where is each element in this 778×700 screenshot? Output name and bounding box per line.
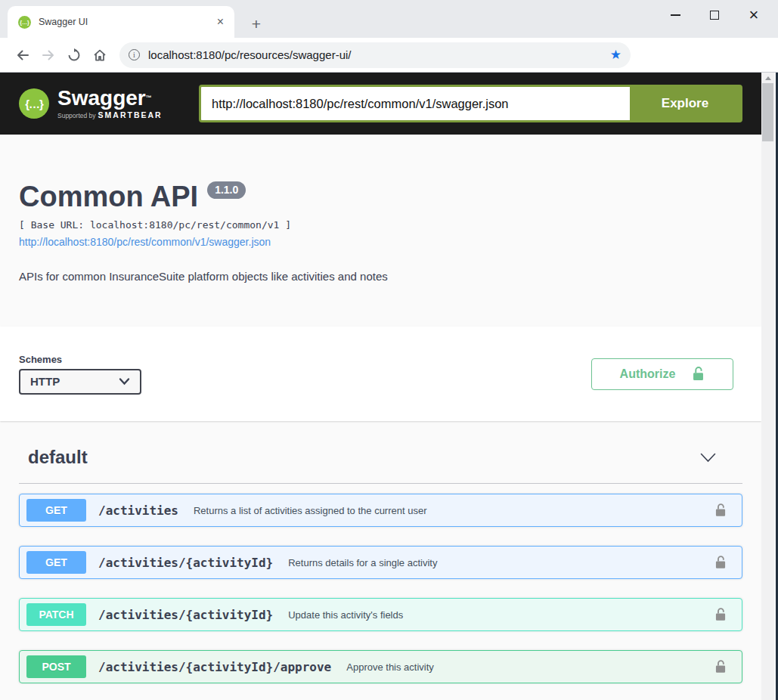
tag-title: default: [28, 442, 88, 472]
endpoint-path: /activities/{activityId}: [98, 608, 273, 622]
supported-by-line: Supported bySMARTBEAR: [57, 110, 163, 119]
window-close-button[interactable]: ×: [734, 2, 773, 29]
back-button[interactable]: [10, 42, 36, 68]
lock-icon: [714, 503, 727, 518]
auth-lock-button[interactable]: [714, 607, 727, 622]
browser-toolbar: i localhost:8180/pc/resources/swagger-ui…: [0, 38, 778, 73]
schemes-group: Schemes HTTP: [19, 354, 141, 395]
endpoint-path: /activities/{activityId}: [98, 556, 273, 570]
browser-tab[interactable]: {…} Swagger UI ×: [8, 6, 234, 38]
refresh-icon: [67, 48, 82, 63]
endpoint-path: /activities/{activityId}/approve: [98, 660, 331, 674]
scrollbar-up-arrow[interactable]: [761, 76, 774, 80]
endpoint-path: /activities: [98, 503, 178, 518]
unlock-icon: [692, 366, 705, 382]
spec-url-group: Explore: [199, 85, 742, 122]
minimize-icon: [671, 14, 680, 16]
method-badge: POST: [26, 655, 86, 678]
endpoint-row-patch-activity[interactable]: PATCH /activities/{activityId} Update th…: [19, 598, 742, 631]
api-info-section: Common API1.1.0 [ Base URL: localhost:81…: [0, 135, 761, 283]
endpoint-row-get-activity[interactable]: GET /activities/{activityId} Returns det…: [19, 546, 742, 579]
tag-header-default[interactable]: default: [19, 442, 742, 484]
schemes-select[interactable]: HTTP: [19, 369, 141, 395]
endpoint-description: Update this activity's fields: [288, 609, 403, 621]
lock-icon: [714, 659, 727, 674]
address-bar[interactable]: i localhost:8180/pc/resources/swagger-ui…: [119, 42, 631, 68]
url-text: localhost:8180/pc/resources/swagger-ui/: [148, 48, 351, 61]
swagger-logo-text: Swagger™: [57, 86, 152, 110]
tab-title: Swagger UI: [39, 17, 88, 27]
forward-arrow-icon: [41, 48, 56, 63]
method-badge: GET: [26, 551, 86, 574]
lock-icon: [714, 555, 727, 570]
method-badge: GET: [26, 499, 86, 522]
auth-lock-button[interactable]: [714, 503, 727, 518]
vertical-scrollbar[interactable]: [761, 73, 774, 700]
authorize-button[interactable]: Authorize: [591, 358, 733, 390]
auth-lock-button[interactable]: [714, 555, 727, 570]
spec-link[interactable]: http://localhost:8180/pc/rest/common/v1/…: [19, 236, 271, 248]
swagger-favicon-icon: {…}: [18, 16, 31, 29]
maximize-icon: [710, 11, 719, 20]
chevron-down-icon: [119, 377, 130, 386]
api-description: APIs for common InsuranceSuite platform …: [19, 270, 742, 283]
method-badge: PATCH: [26, 603, 86, 626]
collapse-chevron-icon: [700, 453, 716, 463]
home-icon: [92, 48, 107, 63]
endpoint-row-get-activities[interactable]: GET /activities Returns a list of activi…: [19, 494, 742, 527]
new-tab-button[interactable]: +: [246, 14, 266, 33]
tab-strip: {…} Swagger UI × + ×: [0, 0, 778, 38]
browser-window: {…} Swagger UI × + × i localhost:8180/pc…: [0, 0, 778, 700]
endpoint-description: Returns details for a single activity: [288, 557, 437, 568]
endpoint-description: Returns a list of activities assigned to…: [194, 505, 427, 516]
window-minimize-button[interactable]: [656, 2, 695, 29]
swagger-topbar: {…} Swagger™ Supported bySMARTBEAR Explo…: [0, 73, 761, 135]
page-content: {…} Swagger™ Supported bySMARTBEAR Explo…: [0, 73, 761, 700]
swagger-logo: {…} Swagger™ Supported bySMARTBEAR: [19, 88, 163, 119]
operations-list: GET /activities Returns a list of activi…: [19, 494, 742, 683]
schemes-selected-value: HTTP: [30, 375, 60, 388]
lock-icon: [714, 607, 727, 622]
refresh-button[interactable]: [61, 42, 87, 68]
back-arrow-icon: [15, 48, 30, 63]
trademark-symbol: ™: [146, 94, 152, 101]
scrollbar-thumb[interactable]: [762, 83, 773, 141]
forward-button[interactable]: [36, 42, 61, 68]
schemes-label: Schemes: [19, 354, 141, 365]
swagger-logo-icon: {…}: [19, 88, 49, 119]
up-arrow-icon: [765, 76, 771, 80]
tab-close-icon[interactable]: ×: [217, 16, 224, 28]
endpoint-description: Approve this activity: [346, 661, 434, 673]
endpoint-row-post-approve[interactable]: POST /activities/{activityId}/approve Ap…: [19, 650, 742, 683]
spec-url-input[interactable]: [201, 87, 630, 120]
bookmark-star-icon[interactable]: ★: [610, 48, 621, 61]
api-title: Common API1.1.0: [19, 180, 742, 213]
home-button[interactable]: [87, 42, 113, 68]
window-controls: ×: [656, 0, 773, 30]
tag-section: default GET /activities Returns a list o…: [0, 442, 761, 683]
explore-button[interactable]: Explore: [630, 87, 740, 120]
smartbear-brand: SMARTBEAR: [98, 110, 163, 119]
scheme-section: Schemes HTTP Authorize: [0, 327, 761, 421]
page-info-icon[interactable]: i: [129, 49, 140, 60]
auth-wrapper: Authorize: [591, 358, 733, 390]
version-badge: 1.1.0: [207, 181, 246, 199]
window-maximize-button[interactable]: [695, 2, 734, 29]
close-icon: ×: [749, 7, 759, 23]
auth-lock-button[interactable]: [714, 659, 727, 674]
base-url: [ Base URL: localhost:8180/pc/rest/commo…: [19, 219, 742, 231]
